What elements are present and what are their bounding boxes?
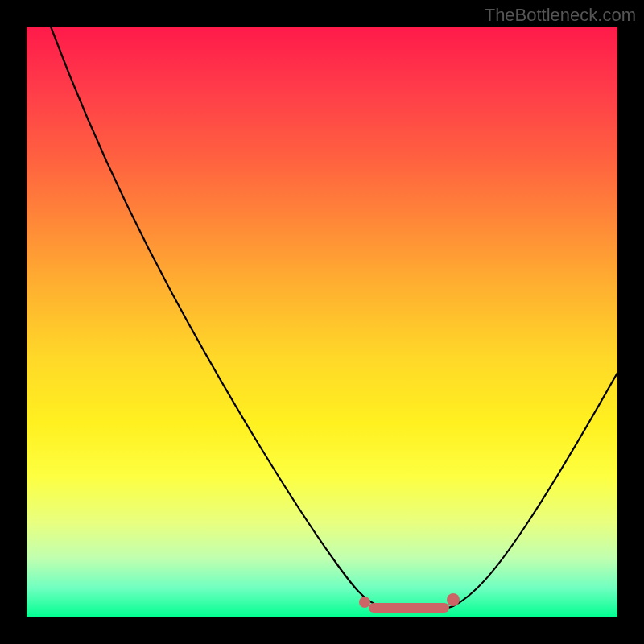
marker-dot-right — [447, 593, 460, 606]
chart-svg — [27, 27, 617, 617]
marker-band — [369, 603, 449, 613]
plot-area — [27, 27, 617, 617]
marker-dot-left — [359, 597, 370, 608]
bottleneck-curve — [51, 27, 617, 611]
watermark-label: TheBottleneck.com — [485, 5, 636, 26]
